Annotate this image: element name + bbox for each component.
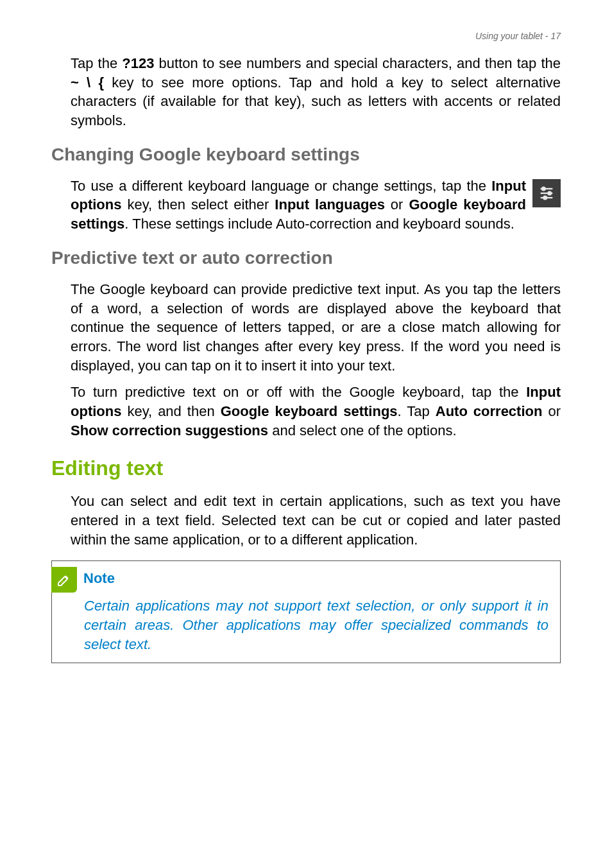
label-google-keyboard-settings: Google keyboard settings	[221, 403, 398, 419]
page: Using your tablet - 17 Tap the ?123 butt…	[0, 0, 612, 868]
predictive-paragraph-1: The Google keyboard can provide predicti…	[51, 280, 561, 375]
predictive-paragraph-2: To turn predictive text on or off with t…	[51, 383, 561, 440]
note-title: Note	[83, 568, 115, 587]
text: . These settings include Auto-correction…	[124, 216, 514, 232]
text: or	[542, 403, 561, 419]
text: button to see numbers and special charac…	[154, 55, 561, 71]
heading-changing-settings: Changing Google keyboard settings	[51, 144, 561, 165]
key-label-symbols: ~ \ {	[71, 74, 104, 91]
text: To use a different keyboard language or …	[71, 178, 491, 194]
intro-paragraph: Tap the ?123 button to see numbers and s…	[51, 54, 561, 130]
note-box: Note Certain applications may not suppor…	[51, 560, 561, 663]
svg-point-3	[542, 187, 545, 190]
svg-point-5	[543, 196, 547, 199]
note-icon	[51, 567, 77, 593]
text: and select one of the options.	[268, 422, 457, 438]
text: To turn predictive text on or off with t…	[71, 384, 526, 400]
text: key, then select either	[121, 196, 275, 213]
input-options-icon	[532, 179, 561, 207]
heading-predictive-text: Predictive text or auto correction	[51, 248, 561, 268]
text: or	[385, 196, 409, 213]
heading-editing-text: Editing text	[51, 456, 561, 480]
label-input-languages: Input languages	[275, 196, 385, 213]
label-auto-correction: Auto correction	[436, 403, 543, 419]
key-label-q123: ?123	[122, 55, 154, 71]
settings-paragraph: To use a different keyboard language or …	[51, 177, 561, 234]
editing-paragraph: You can select and edit text in certain …	[51, 492, 561, 549]
text: key to see more options. Tap and hold a …	[71, 74, 561, 128]
page-header: Using your tablet - 17	[51, 31, 561, 41]
svg-point-4	[548, 191, 551, 195]
text: Tap the	[71, 55, 122, 71]
note-header: Note	[52, 561, 560, 593]
note-body: Certain applications may not support tex…	[52, 593, 560, 663]
text: . Tap	[398, 403, 436, 419]
label-show-suggestions: Show correction suggestions	[71, 422, 268, 438]
text: key, and then	[121, 403, 220, 419]
